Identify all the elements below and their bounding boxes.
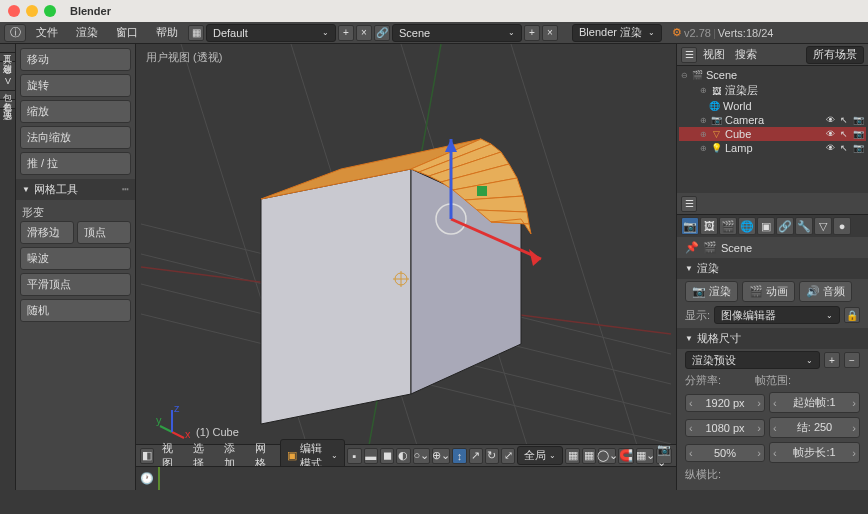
selectable-icon[interactable]: ↖: [838, 142, 850, 154]
visible-icon[interactable]: 👁: [824, 114, 836, 126]
menu-window[interactable]: 窗口: [108, 23, 146, 42]
selectable-icon[interactable]: ↖: [838, 128, 850, 140]
render-preset-dropdown[interactable]: 渲染预设⌄: [685, 351, 820, 369]
tab-render-layers[interactable]: 🖼: [700, 217, 718, 235]
tool-rotate[interactable]: 旋转: [20, 74, 131, 97]
screen-layout-dropdown[interactable]: Default ⌄: [206, 24, 336, 42]
resolution-y-field[interactable]: 1080 px: [685, 419, 765, 437]
menu-help[interactable]: 帮助: [148, 23, 186, 42]
tab-data[interactable]: ▽: [814, 217, 832, 235]
tool-noise[interactable]: 噪波: [20, 247, 131, 270]
selmode-edge[interactable]: ▬: [364, 448, 378, 464]
outliner-menu-search[interactable]: 搜索: [731, 45, 761, 64]
toolshelf-tab-4[interactable]: 着色: [0, 91, 15, 100]
outliner-cube-row[interactable]: ⊕ ▽ Cube 👁 ↖ 📷: [679, 127, 866, 141]
layout-grid-icon[interactable]: ▦: [188, 25, 204, 41]
viewport-3d[interactable]: 用户视图 (透视) (1) Cube x y z ◧ 视图 选择 添加 网格 ▣…: [136, 44, 676, 490]
tool-scale[interactable]: 缩放: [20, 100, 131, 123]
tab-material[interactable]: ●: [833, 217, 851, 235]
frame-start-field[interactable]: 起始帧:1: [769, 392, 860, 413]
toolshelf-tab-3[interactable]: UV包: [0, 62, 15, 91]
outliner-scene-row[interactable]: ⊖ 🎬 Scene: [679, 68, 866, 82]
frame-step-field[interactable]: 帧步长:1: [769, 442, 860, 463]
engine-dropdown[interactable]: Blender 渲染 ⌄: [572, 24, 662, 42]
snap-type[interactable]: ▦⌄: [636, 448, 654, 464]
lock-icon[interactable]: 🔒: [844, 307, 860, 323]
orientation-dropdown[interactable]: 全局 ⌄: [517, 446, 563, 465]
viewport-canvas[interactable]: [136, 44, 676, 490]
manipulator-translate[interactable]: ↗: [469, 448, 483, 464]
selmode-vertex[interactable]: ▪: [347, 448, 361, 464]
tool-random[interactable]: 随机: [20, 299, 131, 322]
props-type-icon[interactable]: ☰: [681, 196, 697, 212]
toolshelf-tab-1[interactable]: 工具: [0, 44, 15, 53]
layout-remove-button[interactable]: ×: [356, 25, 372, 41]
tab-object[interactable]: ▣: [757, 217, 775, 235]
tab-scene[interactable]: 🎬: [719, 217, 737, 235]
tool-smooth-vertex[interactable]: 平滑顶点: [20, 273, 131, 296]
audio-button[interactable]: 🔊音频: [799, 281, 852, 302]
editor-type-icon[interactable]: ⓘ: [4, 24, 26, 42]
toolshelf-tab-2[interactable]: 创建: [0, 53, 15, 62]
outliner-renderlayers-row[interactable]: ⊕ 🖼 渲染层: [679, 82, 866, 99]
scene-link-icon[interactable]: 🔗: [374, 25, 390, 41]
frame-end-field[interactable]: 结: 250: [769, 417, 860, 438]
preset-remove-button[interactable]: −: [844, 352, 860, 368]
scene-add-button[interactable]: +: [524, 25, 540, 41]
proportional-edit[interactable]: ◯⌄: [598, 448, 616, 464]
menu-render[interactable]: 渲染: [68, 23, 106, 42]
visible-icon[interactable]: 👁: [824, 142, 836, 154]
manipulator-toggle[interactable]: ↕: [452, 448, 466, 464]
scene-remove-button[interactable]: ×: [542, 25, 558, 41]
layers-btn-2[interactable]: ▦: [582, 448, 596, 464]
preset-add-button[interactable]: +: [824, 352, 840, 368]
pivot-dropdown[interactable]: ⊕⌄: [432, 448, 450, 464]
outliner-lamp-row[interactable]: ⊕ 💡 Lamp 👁 ↖ 📷: [679, 141, 866, 155]
tab-constraints[interactable]: 🔗: [776, 217, 794, 235]
tool-push-pull[interactable]: 推 / 拉: [20, 152, 131, 175]
limit-sel-icon[interactable]: ◐: [396, 448, 410, 464]
close-window-button[interactable]: [8, 5, 20, 17]
renderable-icon[interactable]: 📷: [852, 114, 864, 126]
tab-render[interactable]: 📷: [681, 217, 699, 235]
visible-icon[interactable]: 👁: [824, 128, 836, 140]
outliner-world-row[interactable]: 🌐 World: [679, 99, 866, 113]
scene-dropdown[interactable]: Scene ⌄: [392, 24, 522, 42]
resolution-pct-field[interactable]: 50%: [685, 444, 765, 462]
maximize-window-button[interactable]: [44, 5, 56, 17]
outliner-menu-view[interactable]: 视图: [699, 45, 729, 64]
renderable-icon[interactable]: 📷: [852, 128, 864, 140]
animation-button[interactable]: 🎬动画: [742, 281, 795, 302]
toolshelf-tab-5[interactable]: 选项: [0, 100, 15, 109]
dimensions-panel-header[interactable]: ▼ 规格尺寸: [677, 328, 868, 349]
layout-add-button[interactable]: +: [338, 25, 354, 41]
display-dropdown[interactable]: 图像编辑器⌄: [714, 306, 840, 324]
selmode-face[interactable]: ◼: [380, 448, 394, 464]
tool-normal-scale[interactable]: 法向缩放: [20, 126, 131, 149]
tab-modifiers[interactable]: 🔧: [795, 217, 813, 235]
manipulator-scale[interactable]: ⤢: [501, 448, 515, 464]
render-panel-header[interactable]: ▼ 渲染: [677, 258, 868, 279]
shading-dropdown[interactable]: ○⌄: [413, 448, 431, 464]
pin-icon[interactable]: 📌: [685, 241, 699, 254]
renderable-icon[interactable]: 📷: [852, 142, 864, 154]
minimize-window-button[interactable]: [26, 5, 38, 17]
breadcrumb-scene[interactable]: Scene: [721, 242, 752, 254]
editor-type-icon[interactable]: ◧: [140, 448, 154, 464]
outliner-tree[interactable]: ⊖ 🎬 Scene ⊕ 🖼 渲染层 🌐 World ⊕: [677, 66, 868, 193]
timeline[interactable]: 🕐: [136, 466, 676, 490]
manipulator-rotate[interactable]: ↻: [485, 448, 499, 464]
render-preview[interactable]: 📷⌄: [656, 448, 672, 464]
tool-vertex[interactable]: 顶点: [77, 221, 131, 244]
snap-toggle[interactable]: 🧲: [618, 448, 634, 464]
tool-translate[interactable]: 移动: [20, 48, 131, 71]
outliner-display-dropdown[interactable]: 所有场景: [806, 46, 864, 64]
selectable-icon[interactable]: ↖: [838, 114, 850, 126]
layers-btn-1[interactable]: ▦: [565, 448, 579, 464]
menu-file[interactable]: 文件: [28, 23, 66, 42]
outliner-type-icon[interactable]: ☰: [681, 47, 697, 63]
resolution-x-field[interactable]: 1920 px: [685, 394, 765, 412]
timeline-playhead[interactable]: [158, 467, 160, 491]
mesh-tools-header[interactable]: ▼ 网格工具 ┅: [16, 179, 135, 200]
tab-world[interactable]: 🌐: [738, 217, 756, 235]
